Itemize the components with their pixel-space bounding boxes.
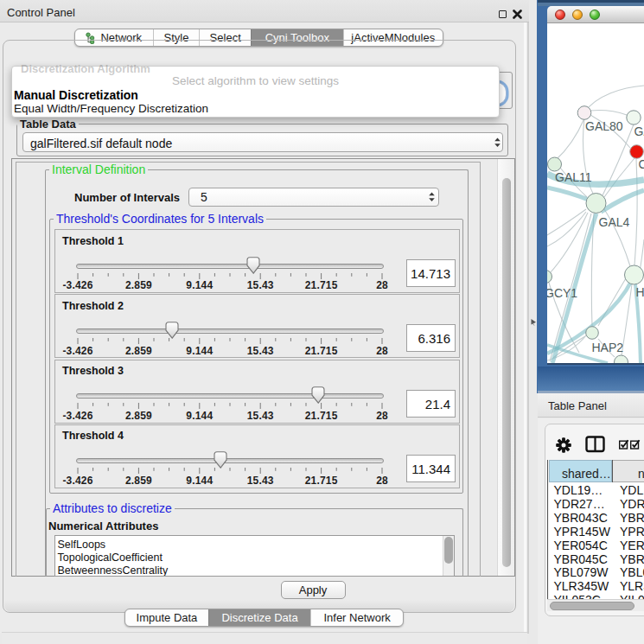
svg-text:GA: GA (634, 124, 644, 138)
svg-text:GAL4: GAL4 (599, 215, 630, 229)
svg-text:GCY1: GCY1 (547, 286, 577, 300)
svg-text:C: C (639, 157, 644, 171)
svg-text:HAP2: HAP2 (592, 341, 624, 354)
svg-text:GAL11: GAL11 (555, 170, 592, 184)
svg-text:GAL80: GAL80 (585, 119, 623, 133)
svg-text:HA: HA (636, 285, 644, 299)
